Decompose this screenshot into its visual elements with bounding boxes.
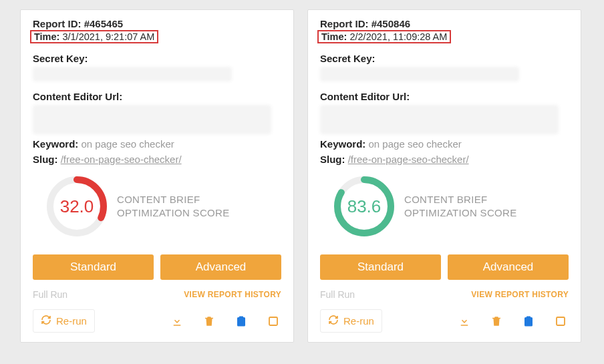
- score-value: 32.0: [45, 174, 109, 238]
- svg-rect-5: [557, 317, 565, 325]
- time-highlight: Time: 3/1/2021, 9:21:07 AM: [33, 29, 281, 43]
- checkbox-button[interactable]: [553, 315, 569, 327]
- download-button[interactable]: [169, 315, 185, 327]
- score-label: CONTENT BRIEF OPTIMIZATION SCORE: [404, 193, 516, 220]
- slug-link[interactable]: /free-on-page-seo-checker/: [348, 154, 469, 165]
- svg-rect-2: [269, 317, 277, 325]
- refresh-icon: [41, 315, 51, 327]
- delete-button[interactable]: [488, 315, 504, 327]
- content-editor-url-label: Content Editor Url:: [33, 91, 281, 102]
- advanced-button[interactable]: Advanced: [160, 254, 281, 280]
- report-id: Report ID: #465465: [33, 18, 281, 29]
- score-value: 83.6: [332, 174, 396, 238]
- score-gauge: 83.6: [332, 174, 396, 238]
- report-card: Report ID: #465465 Time: 3/1/2021, 9:21:…: [20, 9, 294, 343]
- report-card: Report ID: #450846 Time: 2/2/2021, 11:09…: [307, 9, 581, 343]
- slug-row: Slug: /free-on-page-seo-checker/: [320, 154, 569, 165]
- standard-button[interactable]: Standard: [320, 254, 441, 280]
- score-label: CONTENT BRIEF OPTIMIZATION SCORE: [117, 193, 229, 220]
- content-editor-url-label: Content Editor Url:: [320, 91, 569, 102]
- clipboard-button[interactable]: [233, 315, 249, 327]
- score-widget: 83.6 CONTENT BRIEF OPTIMIZATION SCORE: [332, 174, 569, 238]
- full-run-label: Full Run: [33, 289, 67, 300]
- slug-link[interactable]: /free-on-page-seo-checker/: [61, 154, 182, 165]
- rerun-button[interactable]: Re-run: [320, 309, 382, 333]
- score-widget: 32.0 CONTENT BRIEF OPTIMIZATION SCORE: [45, 174, 281, 238]
- secret-key-value-redacted: [33, 67, 232, 81]
- secret-key-value-redacted: [320, 67, 519, 81]
- score-gauge: 32.0: [45, 174, 109, 238]
- download-button[interactable]: [456, 315, 472, 327]
- clipboard-button[interactable]: [520, 315, 537, 327]
- slug-row: Slug: /free-on-page-seo-checker/: [33, 154, 281, 165]
- full-run-label: Full Run: [320, 289, 355, 300]
- report-id: Report ID: #450846: [320, 18, 569, 29]
- view-report-history-link[interactable]: VIEW REPORT HISTORY: [184, 290, 281, 299]
- keyword-row: Keyword: on page seo checker: [33, 138, 281, 150]
- content-editor-url-value-redacted: [33, 105, 271, 134]
- secret-key-label: Secret Key:: [320, 53, 569, 64]
- delete-button[interactable]: [201, 315, 217, 327]
- advanced-button[interactable]: Advanced: [448, 254, 569, 280]
- refresh-icon: [328, 315, 339, 327]
- rerun-button[interactable]: Re-run: [33, 309, 95, 333]
- secret-key-label: Secret Key:: [33, 53, 281, 64]
- checkbox-button[interactable]: [265, 315, 281, 327]
- keyword-row: Keyword: on page seo checker: [320, 138, 569, 150]
- content-editor-url-value-redacted: [320, 105, 559, 134]
- standard-button[interactable]: Standard: [33, 254, 154, 280]
- view-report-history-link[interactable]: VIEW REPORT HISTORY: [471, 290, 569, 299]
- time-highlight: Time: 2/2/2021, 11:09:28 AM: [320, 29, 569, 43]
